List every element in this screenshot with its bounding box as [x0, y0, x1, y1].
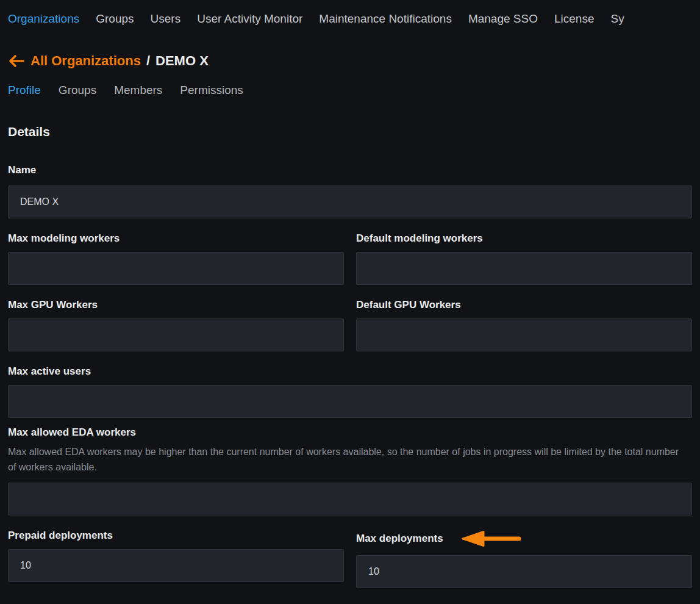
breadcrumb-separator: / [146, 53, 150, 69]
gpu-workers-row: Max GPU Workers Default GPU Workers [8, 285, 692, 351]
max-allowed-eda-workers-label: Max allowed EDA workers [8, 426, 692, 439]
max-allowed-eda-workers-field: Max allowed EDA workers Max allowed EDA … [8, 426, 692, 516]
breadcrumb-current: DEMO X [155, 53, 209, 69]
tab-groups[interactable]: Groups [59, 84, 96, 97]
page-content: All Organizations / DEMO X Profile Group… [0, 53, 700, 588]
name-input[interactable] [8, 185, 692, 218]
max-deployments-label: Max deployments [356, 533, 443, 545]
annotation-left-arrow-icon [458, 530, 524, 548]
deployments-row: Prepaid deployments Max deployments [8, 516, 692, 588]
max-modeling-workers-label: Max modeling workers [8, 232, 344, 245]
prepaid-deployments-input[interactable] [8, 549, 344, 582]
nav-item-groups[interactable]: Groups [96, 12, 134, 26]
nav-item-clipped[interactable]: Sy [610, 12, 624, 26]
breadcrumb-parent-link[interactable]: All Organizations [30, 53, 141, 69]
nav-item-maintenance-notifications[interactable]: Maintenance Notifications [319, 12, 452, 26]
name-label: Name [8, 164, 692, 176]
default-gpu-workers-label: Default GPU Workers [356, 299, 692, 311]
tab-permissions[interactable]: Permissions [180, 84, 243, 97]
nav-item-manage-sso[interactable]: Manage SSO [468, 12, 538, 26]
max-gpu-workers-label: Max GPU Workers [8, 299, 344, 311]
max-allowed-eda-workers-input[interactable] [8, 483, 692, 516]
breadcrumb: All Organizations / DEMO X [8, 53, 692, 69]
nav-item-user-activity-monitor[interactable]: User Activity Monitor [197, 12, 302, 26]
max-deployments-input[interactable] [356, 555, 692, 588]
nav-item-organizations[interactable]: Organizations [8, 12, 79, 26]
default-gpu-workers-input[interactable] [356, 318, 692, 351]
top-nav: Organizations Groups Users User Activity… [0, 0, 700, 26]
tab-members[interactable]: Members [114, 84, 162, 97]
default-modeling-workers-input[interactable] [356, 252, 692, 285]
max-modeling-workers-input[interactable] [8, 252, 344, 285]
max-active-users-label: Max active users [8, 365, 692, 378]
max-allowed-eda-workers-help: Max allowed EDA workers may be higher th… [8, 444, 685, 475]
nav-item-users[interactable]: Users [151, 12, 181, 26]
max-deployments-label-row: Max deployments [356, 530, 692, 548]
section-title: Details [8, 124, 692, 139]
tab-profile[interactable]: Profile [8, 84, 41, 97]
modeling-workers-row: Max modeling workers Default modeling wo… [8, 218, 692, 285]
max-active-users-input[interactable] [8, 385, 692, 418]
max-gpu-workers-input[interactable] [8, 318, 344, 351]
nav-item-license[interactable]: License [554, 12, 595, 26]
back-arrow-icon[interactable] [8, 54, 24, 68]
tab-bar: Profile Groups Members Permissions [8, 84, 692, 97]
prepaid-deployments-label: Prepaid deployments [8, 530, 344, 542]
details-form: Name Max modeling workers Default modeli… [8, 164, 692, 588]
default-modeling-workers-label: Default modeling workers [356, 232, 692, 245]
